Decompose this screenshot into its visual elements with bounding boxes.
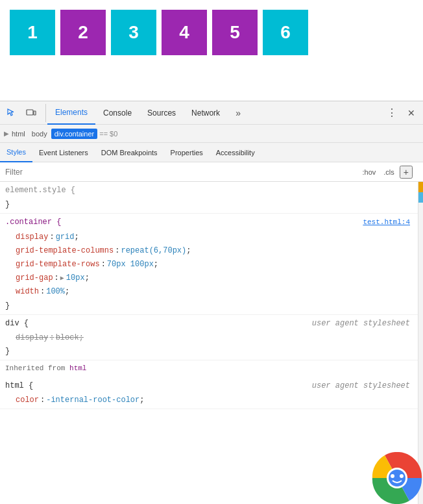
- devtools-menu-button[interactable]: ⋮: [383, 104, 401, 122]
- html-selector: html {: [5, 380, 33, 392]
- tab-console[interactable]: Console: [95, 101, 139, 125]
- subtab-event-listeners[interactable]: Event Listeners: [32, 143, 95, 162]
- display-line: display : grid ;: [0, 231, 418, 244]
- filter-input[interactable]: [5, 168, 360, 177]
- css-rules-main: element.style { } .container { test.html…: [0, 182, 418, 504]
- container-selector-line: .container { test.html:4: [0, 215, 418, 230]
- styles-panel: Styles Event Listeners DOM Breakpoints P…: [0, 143, 423, 504]
- inherited-label: Inherited from html: [0, 360, 418, 377]
- grid-template-rows-line: grid-template-rows : 70px 100px ;: [0, 258, 418, 271]
- devtools-close-button[interactable]: ✕: [402, 104, 420, 122]
- breadcrumb-current[interactable]: div.container: [51, 129, 98, 139]
- color-value: -internal-root-color: [46, 394, 139, 407]
- subtab-styles[interactable]: Styles: [0, 143, 32, 162]
- display-value: grid: [56, 231, 75, 244]
- element-style-close: }: [0, 198, 418, 212]
- add-style-button[interactable]: +: [400, 166, 413, 179]
- grid-template-columns-line: grid-template-columns : repeat(6,70px) ;: [0, 244, 418, 258]
- devtools-toolbar: Elements Console Sources Network » ⋮ ✕: [0, 101, 423, 125]
- grid-template-columns-value: repeat(6,70px): [121, 245, 186, 257]
- container-selector: .container {: [5, 216, 61, 229]
- svg-rect-1: [34, 111, 36, 115]
- grid-gap-property: grid-gap: [16, 272, 53, 284]
- grid-template-rows-property: grid-template-rows: [16, 258, 100, 271]
- color-line: color : -internal-root-color ;: [0, 394, 418, 407]
- div-selector-line: div { user agent stylesheet: [0, 316, 418, 331]
- sidebar-mark-blue: [418, 192, 423, 203]
- div-display-value: block: [56, 332, 79, 344]
- devtools-breadcrumb: ▶ html body div.container == $0: [0, 125, 423, 143]
- element-style-selector-line: element.style {: [0, 183, 418, 198]
- container-source-link[interactable]: test.html:4: [363, 217, 413, 229]
- subtab-properties[interactable]: Properties: [164, 143, 210, 162]
- subtab-accessibility[interactable]: Accessibility: [210, 143, 261, 162]
- devtools-tabs: Elements Console Sources Network »: [47, 101, 378, 125]
- grid-gap-triangle[interactable]: ▶: [60, 273, 64, 284]
- display-property: display: [16, 231, 48, 244]
- grid-gap-line: grid-gap : ▶ 10px ;: [0, 271, 418, 285]
- div-close: }: [0, 345, 418, 359]
- devtools-panel: Elements Console Sources Network » ⋮ ✕ ▶…: [0, 101, 423, 504]
- preview-area: 123456: [0, 0, 423, 101]
- cls-filter-button[interactable]: .cls: [381, 167, 397, 177]
- css-sidebar-marks: [418, 182, 423, 504]
- container-close: }: [0, 299, 418, 313]
- breadcrumb-body[interactable]: body: [29, 129, 50, 139]
- grid-box-4: 4: [162, 10, 207, 55]
- div-user-agent-label: user agent stylesheet: [312, 318, 413, 330]
- div-display-line: display : block ;: [0, 331, 418, 345]
- breadcrumb-collapse: ▶: [4, 130, 9, 137]
- grid-template-columns-property: grid-template-columns: [16, 245, 114, 257]
- element-style-selector: element.style {: [5, 184, 75, 197]
- device-toggle-button[interactable]: [22, 104, 40, 122]
- inspect-button[interactable]: [3, 104, 21, 122]
- color-property: color: [16, 394, 39, 407]
- html-user-agent-label: user agent stylesheet: [312, 380, 413, 392]
- html-user-agent-block: html { user agent stylesheet color : -in…: [0, 377, 418, 409]
- tab-elements[interactable]: Elements: [47, 101, 95, 125]
- width-line: width : 100% ;: [0, 285, 418, 299]
- grid-box-6: 6: [263, 10, 308, 55]
- tab-network[interactable]: Network: [184, 101, 228, 125]
- svg-rect-0: [27, 110, 33, 115]
- hov-filter-button[interactable]: :hov: [360, 167, 379, 177]
- grid-box-3: 3: [111, 10, 156, 55]
- filter-buttons: :hov .cls +: [360, 166, 413, 179]
- width-property: width: [16, 286, 39, 298]
- html-selector-line: html { user agent stylesheet: [0, 379, 418, 394]
- tab-sources[interactable]: Sources: [139, 101, 184, 125]
- grid-box-5: 5: [212, 10, 258, 55]
- container-block: .container { test.html:4 display : grid …: [0, 214, 418, 314]
- element-style-block: element.style { }: [0, 182, 418, 214]
- grid-box-2: 2: [60, 10, 106, 55]
- grid-box-1: 1: [10, 10, 55, 55]
- inherited-from-tag: html: [69, 364, 86, 372]
- devtools-toolbar-icons: [3, 104, 46, 122]
- div-display-property: display: [16, 332, 48, 344]
- devtools-toolbar-right: ⋮ ✕: [378, 104, 420, 122]
- div-selector: div {: [5, 318, 29, 330]
- more-tabs-button[interactable]: »: [229, 104, 247, 122]
- grid-template-rows-value: 70px 100px: [107, 258, 154, 271]
- sidebar-mark-orange: [418, 182, 423, 192]
- css-content: element.style { } .container { test.html…: [0, 182, 423, 504]
- styles-subtabs: Styles Event Listeners DOM Breakpoints P…: [0, 143, 423, 162]
- subtab-dom-breakpoints[interactable]: DOM Breakpoints: [95, 143, 164, 162]
- div-user-agent-block: div { user agent stylesheet display : bl…: [0, 315, 418, 361]
- breadcrumb-dollar: $0: [110, 130, 117, 138]
- width-value: 100%: [46, 286, 65, 298]
- breadcrumb-html[interactable]: html: [9, 129, 28, 139]
- breadcrumb-equals: ==: [99, 130, 108, 138]
- styles-filter-bar: :hov .cls +: [0, 162, 423, 182]
- grid-gap-value: 10px: [66, 272, 85, 284]
